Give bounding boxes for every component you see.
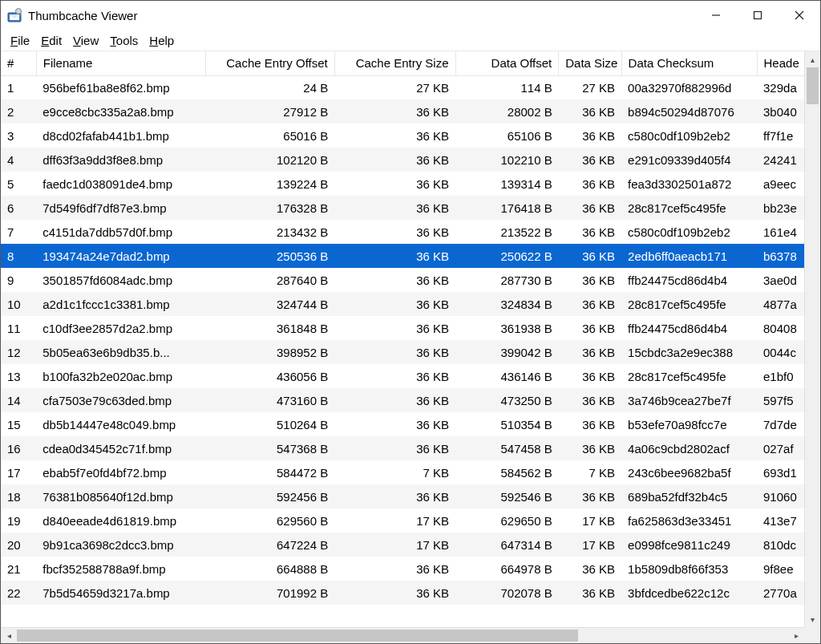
table-row[interactable]: 16cdea0d345452c71f.bmp547368 B36 KB54745… bbox=[1, 436, 804, 460]
menu-view[interactable]: View bbox=[68, 32, 103, 49]
vertical-scrollbar[interactable]: ▴ ▾ bbox=[804, 51, 820, 627]
table-row[interactable]: 7c4151da7ddb57d0f.bmp213432 B36 KB213522… bbox=[1, 220, 804, 244]
cell-data-offset: 361938 B bbox=[455, 316, 559, 340]
table-row[interactable]: 15db5b14447e48c049.bmp510264 B36 KB51035… bbox=[1, 412, 804, 436]
cell-data-checksum: c580c0df109b2eb2 bbox=[621, 220, 757, 244]
cell-data-checksum: 243c6bee9682ba5f bbox=[621, 460, 757, 484]
table-row[interactable]: 5faedc1d038091de4.bmp139224 B36 KB139314… bbox=[1, 172, 804, 196]
col-cache-entry-offset[interactable]: Cache Entry Offset bbox=[205, 51, 334, 75]
table-row[interactable]: 11c10df3ee2857d2a2.bmp361848 B36 KB36193… bbox=[1, 316, 804, 340]
cell-data-offset: 436146 B bbox=[455, 364, 559, 388]
cell-number: 21 bbox=[1, 557, 36, 581]
cell-data-checksum: b894c50294d87076 bbox=[621, 99, 757, 124]
menu-help[interactable]: Help bbox=[144, 32, 179, 49]
table-row[interactable]: 17ebab5f7e0fd4bf72.bmp584472 B7 KB584562… bbox=[1, 460, 804, 484]
menubar: File Edit View Tools Help bbox=[1, 30, 820, 51]
table-row[interactable]: 67d549f6df7df87e3.bmp176328 B36 KB176418… bbox=[1, 196, 804, 220]
cell-data-checksum: 15cbdc3a2e9ec388 bbox=[621, 340, 757, 364]
table-row[interactable]: 1956bef61ba8e8f62.bmp24 B27 KB114 B27 KB… bbox=[1, 75, 804, 99]
close-button[interactable] bbox=[779, 1, 820, 30]
col-header-checksum[interactable]: Heade bbox=[757, 51, 804, 75]
table-row[interactable]: 10a2d1c1fccc1c3381.bmp324744 B36 KB32483… bbox=[1, 292, 804, 316]
table-row[interactable]: 209b91ca3698c2dcc3.bmp647224 B17 KB64731… bbox=[1, 533, 804, 557]
minimize-button[interactable] bbox=[695, 1, 737, 30]
cell-data-offset: 473250 B bbox=[455, 388, 559, 412]
cell-header-checksum: 3b040 bbox=[757, 99, 804, 124]
col-number[interactable]: # bbox=[1, 51, 36, 75]
cell-data-checksum: fea3d3302501a872 bbox=[621, 172, 757, 196]
cell-data-offset: 250622 B bbox=[455, 244, 559, 268]
cell-filename: d840eeade4d61819.bmp bbox=[36, 508, 205, 533]
cell-data-offset: 28002 B bbox=[455, 99, 559, 124]
table-row[interactable]: 3d8cd02fafab441b1.bmp65016 B36 KB65106 B… bbox=[1, 124, 804, 148]
table-row[interactable]: 2e9cce8cbc335a2a8.bmp27912 B36 KB28002 B… bbox=[1, 99, 804, 124]
cell-number: 16 bbox=[1, 436, 36, 460]
col-cache-entry-size[interactable]: Cache Entry Size bbox=[334, 51, 455, 75]
cell-cache-entry-size: 36 KB bbox=[334, 292, 455, 316]
menu-file[interactable]: File bbox=[6, 32, 34, 49]
cell-data-size: 36 KB bbox=[559, 581, 621, 605]
cell-header-checksum: 413e7 bbox=[757, 508, 804, 533]
table-row[interactable]: 1876381b085640f12d.bmp592456 B36 KB59254… bbox=[1, 484, 804, 508]
horizontal-scrollbar[interactable]: ◂ ▸ bbox=[1, 627, 804, 643]
cell-data-offset: 584562 B bbox=[455, 460, 559, 484]
scroll-right-icon[interactable]: ▸ bbox=[788, 628, 804, 644]
cell-data-size: 36 KB bbox=[559, 268, 621, 292]
cell-filename: 76381b085640f12d.bmp bbox=[36, 484, 205, 508]
cell-cache-entry-offset: 629560 B bbox=[205, 508, 334, 533]
table-row[interactable]: 227b5d54659d3217a.bmp701992 B36 KB702078… bbox=[1, 581, 804, 605]
cell-filename: 7b5d54659d3217a.bmp bbox=[36, 581, 205, 605]
cell-filename: cdea0d345452c71f.bmp bbox=[36, 436, 205, 460]
maximize-button[interactable] bbox=[737, 1, 779, 30]
table-row[interactable]: 93501857fd6084adc.bmp287640 B36 KB287730… bbox=[1, 268, 804, 292]
hscroll-track[interactable] bbox=[17, 628, 788, 643]
vscroll-thumb[interactable] bbox=[807, 67, 819, 104]
cell-cache-entry-offset: 473160 B bbox=[205, 388, 334, 412]
cell-data-offset: 114 B bbox=[455, 75, 559, 99]
table-row[interactable]: 14cfa7503e79c63ded.bmp473160 B36 KB47325… bbox=[1, 388, 804, 412]
cell-cache-entry-size: 36 KB bbox=[334, 220, 455, 244]
cell-data-checksum: 4a06c9cbd2802acf bbox=[621, 436, 757, 460]
table-row[interactable]: 4dff63f3a9dd3f8e8.bmp102120 B36 KB102210… bbox=[1, 148, 804, 172]
header-row[interactable]: # Filename Cache Entry Offset Cache Entr… bbox=[1, 51, 804, 75]
cell-data-checksum: 28c817cef5c495fe bbox=[621, 292, 757, 316]
cell-number: 3 bbox=[1, 124, 36, 148]
data-table[interactable]: # Filename Cache Entry Offset Cache Entr… bbox=[1, 51, 804, 605]
cell-header-checksum: 0044c bbox=[757, 340, 804, 364]
menu-edit[interactable]: Edit bbox=[36, 32, 67, 49]
col-filename[interactable]: Filename bbox=[36, 51, 205, 75]
cell-number: 18 bbox=[1, 484, 36, 508]
titlebar[interactable]: Thumbcache Viewer bbox=[1, 1, 820, 30]
cell-cache-entry-offset: 102120 B bbox=[205, 148, 334, 172]
cell-data-offset: 592546 B bbox=[455, 484, 559, 508]
cell-data-offset: 324834 B bbox=[455, 292, 559, 316]
cell-filename: a2d1c1fccc1c3381.bmp bbox=[36, 292, 205, 316]
table-row[interactable]: 21fbcf352588788a9f.bmp664888 B36 KB66497… bbox=[1, 557, 804, 581]
menu-tools[interactable]: Tools bbox=[105, 32, 143, 49]
cell-header-checksum: 693d1 bbox=[757, 460, 804, 484]
col-data-size[interactable]: Data Size bbox=[559, 51, 621, 75]
hscroll-thumb[interactable] bbox=[17, 630, 578, 642]
cell-header-checksum: 4877a bbox=[757, 292, 804, 316]
scroll-up-icon[interactable]: ▴ bbox=[805, 51, 821, 67]
cell-cache-entry-size: 36 KB bbox=[334, 196, 455, 220]
cell-data-offset: 213522 B bbox=[455, 220, 559, 244]
table-row[interactable]: 19d840eeade4d61819.bmp629560 B17 KB62965… bbox=[1, 508, 804, 533]
cell-cache-entry-offset: 664888 B bbox=[205, 557, 334, 581]
cell-data-size: 36 KB bbox=[559, 436, 621, 460]
cell-number: 11 bbox=[1, 316, 36, 340]
cell-cache-entry-size: 17 KB bbox=[334, 508, 455, 533]
table-row[interactable]: 125b05ea63e6b9db35.b...398952 B36 KB3990… bbox=[1, 340, 804, 364]
col-data-offset[interactable]: Data Offset bbox=[455, 51, 559, 75]
cell-number: 4 bbox=[1, 148, 36, 172]
scroll-left-icon[interactable]: ◂ bbox=[1, 628, 17, 644]
cell-data-size: 36 KB bbox=[559, 220, 621, 244]
cell-cache-entry-offset: 436056 B bbox=[205, 364, 334, 388]
table-row[interactable]: 8193474a24e7dad2.bmp250536 B36 KB250622 … bbox=[1, 244, 804, 268]
col-data-checksum[interactable]: Data Checksum bbox=[621, 51, 757, 75]
scroll-down-icon[interactable]: ▾ bbox=[805, 611, 821, 627]
vscroll-track[interactable] bbox=[805, 67, 820, 611]
cell-header-checksum: 24241 bbox=[757, 148, 804, 172]
table-row[interactable]: 13b100fa32b2e020ac.bmp436056 B36 KB43614… bbox=[1, 364, 804, 388]
cell-cache-entry-size: 36 KB bbox=[334, 364, 455, 388]
